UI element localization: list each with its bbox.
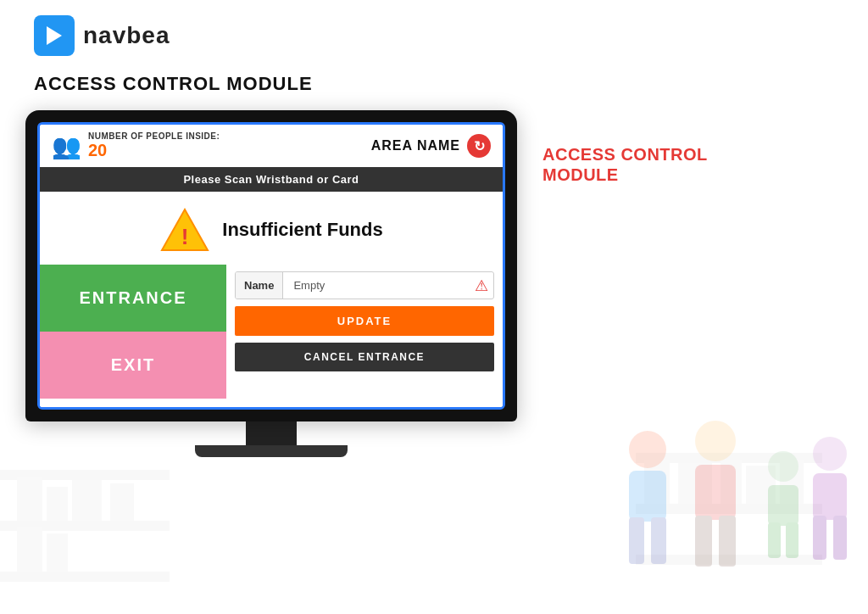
people-count: 20 [88,141,220,160]
name-label: Name [236,272,283,299]
svg-rect-2 [0,572,170,582]
scan-bar: Please Scan Wristband or Card [40,167,503,192]
svg-rect-22 [695,465,736,520]
page-title: ACCESS CONTROL MODULE [34,73,834,95]
action-area: ENTRANCE EXIT Name Empty ⚠ UPDATE CANCEL… [40,265,503,407]
monitor-section: 👥 NUMBER OF PEOPLE INSIDE: 20 AREA NAME … [25,110,517,457]
svg-rect-8 [47,533,68,572]
svg-rect-4 [47,487,68,521]
svg-rect-13 [678,463,712,504]
side-module-title: ACCESS CONTROL MODULE [542,144,712,185]
svg-rect-14 [721,460,742,504]
svg-rect-12 [644,460,670,504]
right-form: Name Empty ⚠ UPDATE CANCEL ENTRANCE [226,265,503,399]
svg-rect-5 [72,480,102,521]
insufficient-funds-text: Insufficient Funds [222,219,382,241]
warning-triangle-icon: ! [159,207,210,253]
entrance-button[interactable]: ENTRANCE [40,265,226,332]
area-name-section: AREA NAME ↻ [371,134,491,158]
name-value: Empty [288,272,470,299]
svg-text:!: ! [181,224,189,249]
svg-rect-16 [780,460,804,504]
exit-button[interactable]: EXIT [40,332,226,399]
monitor-neck [246,421,297,445]
svg-rect-10 [636,504,822,514]
svg-rect-18 [629,471,666,522]
right-panel: ACCESS CONTROL MODULE [542,110,712,185]
monitor-base [195,445,348,457]
svg-rect-31 [813,516,826,560]
svg-rect-15 [746,466,776,504]
left-buttons: ENTRANCE EXIT [40,265,226,399]
page-title-area: ACCESS CONTROL MODULE [0,64,868,110]
refresh-icon[interactable]: ↻ [467,134,491,158]
people-info: 👥 NUMBER OF PEOPLE INSIDE: 20 [52,131,220,160]
svg-rect-19 [629,517,644,564]
svg-rect-20 [651,517,666,564]
people-icon: 👥 [52,132,81,160]
people-text: NUMBER OF PEOPLE INSIDE: 20 [88,131,220,160]
svg-rect-23 [695,516,712,567]
name-row: Name Empty ⚠ [235,271,494,299]
logo-icon [34,15,75,56]
svg-rect-27 [768,522,781,558]
svg-rect-1 [0,521,170,531]
monitor: 👥 NUMBER OF PEOPLE INSIDE: 20 AREA NAME … [25,110,517,421]
svg-rect-0 [0,470,170,480]
people-inside-label: NUMBER OF PEOPLE INSIDE: [88,131,220,141]
svg-rect-26 [768,485,798,526]
svg-marker-33 [47,26,62,45]
svg-rect-7 [17,527,42,572]
svg-rect-28 [786,522,798,558]
name-warning-icon: ⚠ [475,276,493,295]
screen-top-bar: 👥 NUMBER OF PEOPLE INSIDE: 20 AREA NAME … [40,125,503,167]
main-content: 👥 NUMBER OF PEOPLE INSIDE: 20 AREA NAME … [0,110,868,457]
header: navbea [0,0,868,64]
svg-rect-24 [719,516,736,567]
svg-rect-11 [636,555,822,565]
svg-rect-32 [833,516,847,560]
svg-rect-3 [17,477,42,521]
svg-rect-30 [813,473,847,520]
monitor-screen: 👥 NUMBER OF PEOPLE INSIDE: 20 AREA NAME … [37,122,505,410]
update-button[interactable]: UPDATE [235,306,494,336]
cancel-entrance-button[interactable]: CANCEL ENTRANCE [235,343,494,371]
insufficient-area: ! Insufficient Funds [40,192,503,265]
area-name-label: AREA NAME [371,138,460,154]
logo: navbea [34,15,170,56]
logo-text: navbea [83,22,170,49]
svg-rect-6 [110,483,134,521]
